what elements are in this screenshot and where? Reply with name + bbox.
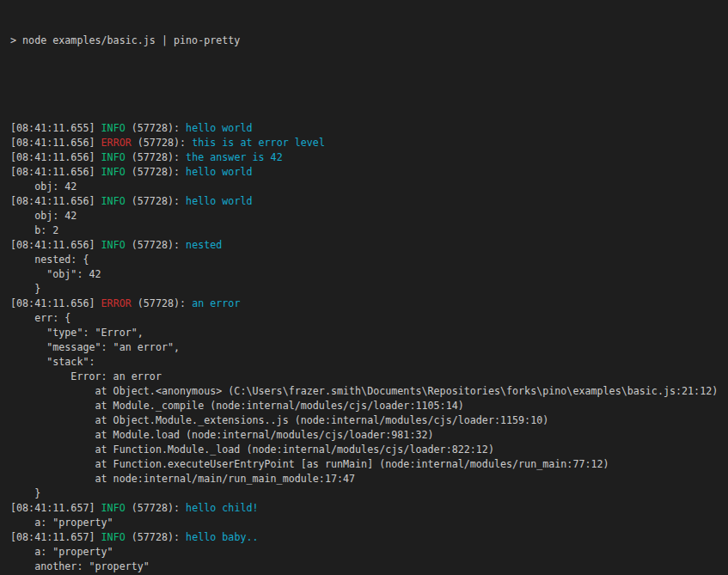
log-level: INFO <box>101 239 125 251</box>
log-level: INFO <box>101 166 125 178</box>
log-detail-line: err: { <box>10 311 728 326</box>
pid: (57728): <box>125 166 186 178</box>
log-level: INFO <box>101 122 125 134</box>
log-detail-line: at Object.<anonymous> (C:\Users\frazer.s… <box>10 384 728 399</box>
log-detail-line: at Function.executeUserEntryPoint [as ru… <box>10 457 728 472</box>
log-line: [08:41:11.657] INFO (57728): hello baby.… <box>10 530 728 545</box>
log-detail-line: a: "property" <box>10 545 728 560</box>
log-detail-line: obj: 42 <box>10 209 728 223</box>
log-detail-line: nested: { <box>10 253 728 267</box>
log-level: INFO <box>101 502 125 514</box>
pid: (57728): <box>132 297 192 309</box>
log-line: [08:41:11.656] INFO (57728): the answer … <box>10 150 728 165</box>
timestamp: [08:41:11.656] <box>10 297 101 309</box>
log-line: [08:41:11.657] INFO (57728): hello child… <box>10 501 728 516</box>
log-detail-line: at Object.Module._extensions..js (node:i… <box>10 413 728 428</box>
log-level: ERROR <box>101 297 132 309</box>
log-detail-line: obj: 42 <box>10 180 728 194</box>
log-message: hello world <box>186 166 252 178</box>
terminal-output: > node examples/basic.js | pino-pretty [… <box>0 0 728 575</box>
pid: (57728): <box>125 531 186 543</box>
log-detail-line: at Module.load (node:internal/modules/cj… <box>10 428 728 443</box>
log-line: [08:41:11.656] ERROR (57728): this is at… <box>10 136 728 150</box>
log-line: [08:41:11.655] INFO (57728): hello world <box>10 121 728 136</box>
log-message: hello world <box>186 195 252 207</box>
log-level: INFO <box>101 195 125 207</box>
log-message: an error <box>192 297 240 309</box>
timestamp: [08:41:11.656] <box>10 151 101 163</box>
pid: (57728): <box>125 239 186 251</box>
log-lines: [08:41:11.655] INFO (57728): hello world… <box>10 121 728 575</box>
log-line: [08:41:11.656] ERROR (57728): an error <box>10 297 728 311</box>
log-message: hello baby.. <box>186 531 258 543</box>
timestamp: [08:41:11.655] <box>10 122 101 134</box>
log-detail-line: "message": "an error", <box>10 340 728 355</box>
log-message: nested <box>186 239 222 251</box>
pid: (57728): <box>125 502 186 514</box>
log-detail-line: at Function.Module._load (node:internal/… <box>10 443 728 457</box>
timestamp: [08:41:11.656] <box>10 166 101 178</box>
timestamp: [08:41:11.656] <box>10 137 101 149</box>
log-detail-line: at Module._compile (node:internal/module… <box>10 399 728 413</box>
log-line: [08:41:11.656] INFO (57728): nested <box>10 238 728 253</box>
log-detail-line: at node:internal/main/run_main_module:17… <box>10 472 728 486</box>
log-detail-line: Error: an error <box>10 370 728 384</box>
pid: (57728): <box>125 151 186 163</box>
log-message: hello world <box>186 122 252 134</box>
log-detail-line: b: 2 <box>10 223 728 238</box>
log-level: INFO <box>101 531 125 543</box>
log-detail-line: "stack": <box>10 355 728 370</box>
timestamp: [08:41:11.657] <box>10 531 101 543</box>
log-message: this is at error level <box>192 137 325 149</box>
log-message: hello child! <box>186 502 258 514</box>
log-level: INFO <box>101 151 125 163</box>
command-line: > node examples/basic.js | pino-pretty <box>10 34 728 48</box>
timestamp: [08:41:11.656] <box>10 239 101 251</box>
timestamp: [08:41:11.657] <box>10 502 101 514</box>
log-detail-line: another: "property" <box>10 560 728 574</box>
log-line: [08:41:11.656] INFO (57728): hello world <box>10 165 728 180</box>
log-message: the answer is 42 <box>186 151 283 163</box>
log-detail-line: a: "property" <box>10 516 728 530</box>
blank-line <box>10 77 728 92</box>
pid: (57728): <box>132 137 192 149</box>
log-detail-line: "type": "Error", <box>10 326 728 340</box>
pid: (57728): <box>125 195 186 207</box>
log-line: [08:41:11.656] INFO (57728): hello world <box>10 194 728 209</box>
pid: (57728): <box>125 122 186 134</box>
log-level: ERROR <box>101 137 132 149</box>
log-detail-line: } <box>10 486 728 501</box>
log-detail-line: } <box>10 282 728 297</box>
timestamp: [08:41:11.656] <box>10 195 101 207</box>
log-detail-line: "obj": 42 <box>10 267 728 282</box>
